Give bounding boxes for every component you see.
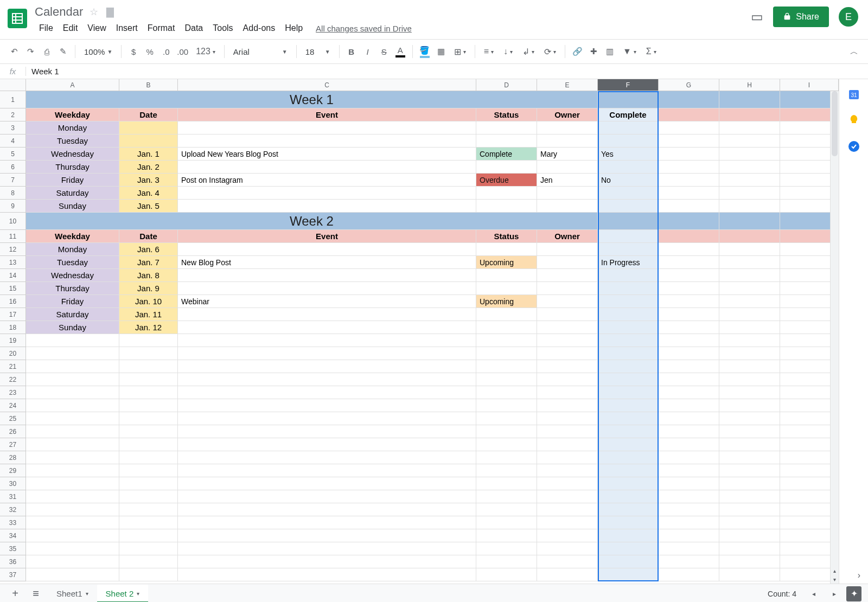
cell[interactable] xyxy=(719,438,780,451)
row-header[interactable]: 21 xyxy=(0,360,26,373)
cell[interactable]: Sunday xyxy=(26,321,119,334)
cell[interactable] xyxy=(178,135,476,148)
cell[interactable]: Jan. 1 xyxy=(119,148,178,161)
row-header[interactable]: 1 xyxy=(0,91,26,108)
cell[interactable] xyxy=(659,334,719,347)
cell[interactable] xyxy=(659,121,719,135)
cell[interactable] xyxy=(178,555,476,568)
menu-add-ons[interactable]: Add-ons xyxy=(239,21,280,35)
cell[interactable] xyxy=(598,490,659,503)
cell[interactable] xyxy=(476,308,537,321)
merge-cells-dropdown[interactable]: ⊞▾ xyxy=(450,43,470,60)
cell[interactable] xyxy=(476,282,537,295)
row-header[interactable]: 26 xyxy=(0,425,26,438)
number-format-dropdown[interactable]: 123▾ xyxy=(192,43,220,60)
spreadsheet-grid[interactable]: ABCDEFGHI 1Week 12WeekdayDateEventStatus… xyxy=(0,79,839,584)
comments-icon[interactable]: ▭ xyxy=(751,9,763,24)
cell[interactable] xyxy=(26,503,119,516)
row-header[interactable]: 4 xyxy=(0,135,26,148)
cell[interactable]: Thursday xyxy=(26,161,119,174)
cell[interactable] xyxy=(119,490,178,503)
menu-tools[interactable]: Tools xyxy=(208,21,237,35)
cell[interactable] xyxy=(476,373,537,386)
cell[interactable] xyxy=(719,174,780,187)
cell[interactable]: Jan. 9 xyxy=(119,282,178,295)
cell[interactable]: Upload New Years Blog Post xyxy=(178,148,476,161)
row-header[interactable]: 15 xyxy=(0,282,26,295)
cell[interactable] xyxy=(26,412,119,425)
cell[interactable] xyxy=(119,464,178,477)
menu-view[interactable]: View xyxy=(83,21,110,35)
cell[interactable] xyxy=(598,187,659,200)
cell[interactable] xyxy=(719,269,780,282)
cell[interactable] xyxy=(719,477,780,490)
cell[interactable]: Saturday xyxy=(26,187,119,200)
cell[interactable] xyxy=(476,477,537,490)
cell[interactable] xyxy=(476,542,537,555)
cell[interactable] xyxy=(537,399,598,412)
currency-icon[interactable]: $ xyxy=(126,43,141,60)
cell[interactable]: Jen xyxy=(537,174,598,187)
cell[interactable] xyxy=(659,555,719,568)
row-header[interactable]: 6 xyxy=(0,161,26,174)
cell[interactable] xyxy=(719,568,780,581)
row-header[interactable]: 33 xyxy=(0,516,26,529)
cell[interactable] xyxy=(537,451,598,464)
cell[interactable] xyxy=(659,187,719,200)
cell[interactable] xyxy=(598,213,659,230)
cell[interactable] xyxy=(719,135,780,148)
cell[interactable] xyxy=(476,399,537,412)
cell[interactable] xyxy=(659,108,719,121)
cell[interactable] xyxy=(659,308,719,321)
cell[interactable] xyxy=(659,135,719,148)
cell[interactable] xyxy=(659,174,719,187)
cell[interactable]: Jan. 11 xyxy=(119,308,178,321)
cell[interactable] xyxy=(178,321,476,334)
cell[interactable] xyxy=(719,295,780,308)
cell[interactable] xyxy=(178,243,476,256)
menu-edit[interactable]: Edit xyxy=(59,21,82,35)
cell[interactable] xyxy=(178,200,476,213)
cell[interactable] xyxy=(178,386,476,399)
cell[interactable]: Week 1 xyxy=(26,91,598,108)
cell[interactable] xyxy=(598,555,659,568)
cell[interactable]: Yes xyxy=(598,148,659,161)
menu-help[interactable]: Help xyxy=(280,21,307,35)
cell[interactable] xyxy=(659,282,719,295)
cell[interactable] xyxy=(719,386,780,399)
cell[interactable] xyxy=(119,334,178,347)
cell[interactable] xyxy=(659,399,719,412)
cell[interactable] xyxy=(178,464,476,477)
cell[interactable] xyxy=(598,334,659,347)
cell[interactable]: Overdue xyxy=(476,174,537,187)
cell[interactable] xyxy=(178,360,476,373)
cell[interactable] xyxy=(119,568,178,581)
account-avatar[interactable]: E xyxy=(839,7,858,27)
cell[interactable] xyxy=(598,542,659,555)
column-header-H[interactable]: H xyxy=(719,79,780,91)
cell[interactable] xyxy=(26,373,119,386)
cell[interactable] xyxy=(26,542,119,555)
undo-icon[interactable]: ↶ xyxy=(7,43,22,60)
cell[interactable] xyxy=(719,360,780,373)
cell[interactable] xyxy=(537,321,598,334)
cell[interactable] xyxy=(537,161,598,174)
all-sheets-icon[interactable]: ≡ xyxy=(27,585,44,603)
row-header[interactable]: 18 xyxy=(0,321,26,334)
cell[interactable] xyxy=(719,308,780,321)
cell[interactable]: Jan. 2 xyxy=(119,161,178,174)
cell[interactable] xyxy=(659,347,719,360)
cell[interactable] xyxy=(537,360,598,373)
cell[interactable] xyxy=(598,425,659,438)
cell[interactable] xyxy=(598,503,659,516)
cell[interactable] xyxy=(476,121,537,135)
cell[interactable]: Complete xyxy=(476,148,537,161)
cell[interactable] xyxy=(598,295,659,308)
cell[interactable]: Jan. 7 xyxy=(119,256,178,269)
percent-icon[interactable]: % xyxy=(142,43,157,60)
cell[interactable] xyxy=(659,451,719,464)
row-header[interactable]: 10 xyxy=(0,213,26,230)
cell[interactable] xyxy=(476,386,537,399)
cell[interactable] xyxy=(598,321,659,334)
formula-input[interactable]: Week 1 xyxy=(26,67,868,76)
